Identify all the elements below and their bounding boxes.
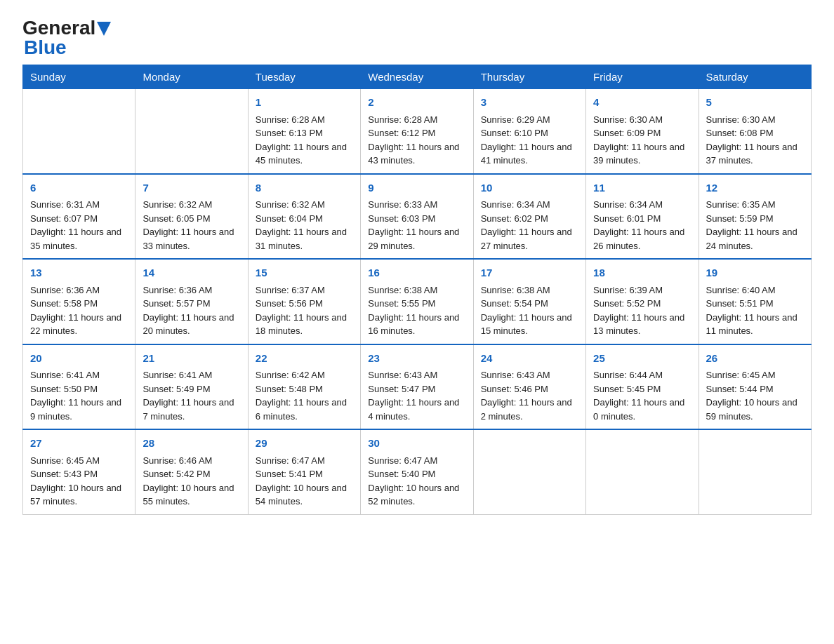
calendar-week-row: 27Sunrise: 6:45 AMSunset: 5:43 PMDayligh… xyxy=(23,429,812,514)
day-info: Sunrise: 6:46 AMSunset: 5:42 PMDaylight:… xyxy=(143,454,240,509)
day-info: Sunrise: 6:47 AMSunset: 5:40 PMDaylight:… xyxy=(368,454,465,509)
day-info: Sunrise: 6:39 AMSunset: 5:52 PMDaylight:… xyxy=(593,283,691,338)
day-number: 25 xyxy=(593,351,691,367)
logo-arrow-icon xyxy=(97,22,111,36)
day-info: Sunrise: 6:47 AMSunset: 5:41 PMDaylight:… xyxy=(256,454,353,509)
calendar-cell: 25Sunrise: 6:44 AMSunset: 5:45 PMDayligh… xyxy=(586,344,699,430)
calendar-cell: 7Sunrise: 6:32 AMSunset: 6:05 PMDaylight… xyxy=(135,174,248,260)
calendar-table: SundayMondayTuesdayWednesdayThursdayFrid… xyxy=(22,65,812,515)
day-number: 10 xyxy=(481,180,578,196)
calendar-header-tuesday: Tuesday xyxy=(248,65,360,89)
day-number: 7 xyxy=(143,180,240,196)
calendar-cell: 5Sunrise: 6:30 AMSunset: 6:08 PMDaylight… xyxy=(699,89,811,174)
calendar-header-thursday: Thursday xyxy=(473,65,585,89)
day-number: 21 xyxy=(143,351,240,367)
day-number: 9 xyxy=(368,180,465,196)
day-number: 15 xyxy=(256,265,353,281)
calendar-header-wednesday: Wednesday xyxy=(361,65,473,89)
day-number: 18 xyxy=(593,265,691,281)
day-number: 29 xyxy=(256,436,353,452)
day-number: 22 xyxy=(256,351,353,367)
day-info: Sunrise: 6:36 AMSunset: 5:58 PMDaylight:… xyxy=(30,283,128,338)
day-info: Sunrise: 6:41 AMSunset: 5:50 PMDaylight:… xyxy=(30,368,128,423)
logo-blue: Blue xyxy=(24,36,67,58)
day-number: 5 xyxy=(706,95,804,111)
day-info: Sunrise: 6:30 AMSunset: 6:09 PMDaylight:… xyxy=(593,113,691,168)
calendar-cell: 20Sunrise: 6:41 AMSunset: 5:50 PMDayligh… xyxy=(23,344,135,430)
day-number: 30 xyxy=(368,436,465,452)
day-info: Sunrise: 6:38 AMSunset: 5:54 PMDaylight:… xyxy=(481,283,578,338)
calendar-cell: 8Sunrise: 6:32 AMSunset: 6:04 PMDaylight… xyxy=(248,174,360,260)
day-info: Sunrise: 6:43 AMSunset: 5:46 PMDaylight:… xyxy=(481,368,578,423)
calendar-cell: 6Sunrise: 6:31 AMSunset: 6:07 PMDaylight… xyxy=(23,174,135,260)
day-number: 27 xyxy=(30,436,128,452)
calendar-cell: 9Sunrise: 6:33 AMSunset: 6:03 PMDaylight… xyxy=(361,174,473,260)
calendar-cell xyxy=(135,89,248,174)
day-number: 19 xyxy=(706,265,804,281)
svg-marker-0 xyxy=(97,22,111,36)
calendar-cell: 14Sunrise: 6:36 AMSunset: 5:57 PMDayligh… xyxy=(135,259,248,344)
day-number: 1 xyxy=(256,95,353,111)
calendar-cell: 12Sunrise: 6:35 AMSunset: 5:59 PMDayligh… xyxy=(699,174,811,260)
day-number: 23 xyxy=(368,351,465,367)
day-number: 26 xyxy=(706,351,804,367)
calendar-week-row: 20Sunrise: 6:41 AMSunset: 5:50 PMDayligh… xyxy=(23,344,812,430)
day-info: Sunrise: 6:34 AMSunset: 6:01 PMDaylight:… xyxy=(593,198,691,253)
day-info: Sunrise: 6:28 AMSunset: 6:13 PMDaylight:… xyxy=(256,113,353,168)
page-header: General Blue xyxy=(22,17,812,59)
day-number: 16 xyxy=(368,265,465,281)
calendar-cell: 23Sunrise: 6:43 AMSunset: 5:47 PMDayligh… xyxy=(361,344,473,430)
day-info: Sunrise: 6:35 AMSunset: 5:59 PMDaylight:… xyxy=(706,198,804,253)
day-info: Sunrise: 6:32 AMSunset: 6:05 PMDaylight:… xyxy=(143,198,240,253)
calendar-cell: 11Sunrise: 6:34 AMSunset: 6:01 PMDayligh… xyxy=(586,174,699,260)
calendar-cell: 3Sunrise: 6:29 AMSunset: 6:10 PMDaylight… xyxy=(473,89,585,174)
day-info: Sunrise: 6:42 AMSunset: 5:48 PMDaylight:… xyxy=(256,368,353,423)
day-info: Sunrise: 6:28 AMSunset: 6:12 PMDaylight:… xyxy=(368,113,465,168)
day-info: Sunrise: 6:40 AMSunset: 5:51 PMDaylight:… xyxy=(706,283,804,338)
day-info: Sunrise: 6:38 AMSunset: 5:55 PMDaylight:… xyxy=(368,283,465,338)
calendar-cell: 30Sunrise: 6:47 AMSunset: 5:40 PMDayligh… xyxy=(361,429,473,514)
calendar-cell: 4Sunrise: 6:30 AMSunset: 6:09 PMDaylight… xyxy=(586,89,699,174)
calendar-header-sunday: Sunday xyxy=(23,65,135,89)
day-number: 20 xyxy=(30,351,128,367)
calendar-cell: 2Sunrise: 6:28 AMSunset: 6:12 PMDaylight… xyxy=(361,89,473,174)
day-number: 6 xyxy=(30,180,128,196)
calendar-cell xyxy=(586,429,699,514)
day-info: Sunrise: 6:29 AMSunset: 6:10 PMDaylight:… xyxy=(481,113,578,168)
day-info: Sunrise: 6:45 AMSunset: 5:44 PMDaylight:… xyxy=(706,368,804,423)
day-number: 28 xyxy=(143,436,240,452)
calendar-cell: 21Sunrise: 6:41 AMSunset: 5:49 PMDayligh… xyxy=(135,344,248,430)
calendar-cell: 13Sunrise: 6:36 AMSunset: 5:58 PMDayligh… xyxy=(23,259,135,344)
calendar-cell: 26Sunrise: 6:45 AMSunset: 5:44 PMDayligh… xyxy=(699,344,811,430)
day-number: 24 xyxy=(481,351,578,367)
day-info: Sunrise: 6:31 AMSunset: 6:07 PMDaylight:… xyxy=(30,198,128,253)
calendar-cell: 1Sunrise: 6:28 AMSunset: 6:13 PMDaylight… xyxy=(248,89,360,174)
calendar-week-row: 1Sunrise: 6:28 AMSunset: 6:13 PMDaylight… xyxy=(23,89,812,174)
day-number: 13 xyxy=(30,265,128,281)
day-info: Sunrise: 6:30 AMSunset: 6:08 PMDaylight:… xyxy=(706,113,804,168)
day-number: 12 xyxy=(706,180,804,196)
calendar-header-saturday: Saturday xyxy=(699,65,811,89)
calendar-cell xyxy=(699,429,811,514)
calendar-cell: 15Sunrise: 6:37 AMSunset: 5:56 PMDayligh… xyxy=(248,259,360,344)
day-number: 2 xyxy=(368,95,465,111)
day-info: Sunrise: 6:36 AMSunset: 5:57 PMDaylight:… xyxy=(143,283,240,338)
day-number: 8 xyxy=(256,180,353,196)
day-info: Sunrise: 6:34 AMSunset: 6:02 PMDaylight:… xyxy=(481,198,578,253)
calendar-cell: 28Sunrise: 6:46 AMSunset: 5:42 PMDayligh… xyxy=(135,429,248,514)
calendar-header-row: SundayMondayTuesdayWednesdayThursdayFrid… xyxy=(23,65,812,89)
calendar-cell: 18Sunrise: 6:39 AMSunset: 5:52 PMDayligh… xyxy=(586,259,699,344)
calendar-header-monday: Monday xyxy=(135,65,248,89)
day-info: Sunrise: 6:33 AMSunset: 6:03 PMDaylight:… xyxy=(368,198,465,253)
calendar-cell: 17Sunrise: 6:38 AMSunset: 5:54 PMDayligh… xyxy=(473,259,585,344)
day-info: Sunrise: 6:37 AMSunset: 5:56 PMDaylight:… xyxy=(256,283,353,338)
calendar-cell: 24Sunrise: 6:43 AMSunset: 5:46 PMDayligh… xyxy=(473,344,585,430)
calendar-week-row: 13Sunrise: 6:36 AMSunset: 5:58 PMDayligh… xyxy=(23,259,812,344)
day-info: Sunrise: 6:44 AMSunset: 5:45 PMDaylight:… xyxy=(593,368,691,423)
logo-blue-row: Blue xyxy=(22,36,67,59)
day-number: 4 xyxy=(593,95,691,111)
day-number: 17 xyxy=(481,265,578,281)
calendar-cell: 19Sunrise: 6:40 AMSunset: 5:51 PMDayligh… xyxy=(699,259,811,344)
calendar-week-row: 6Sunrise: 6:31 AMSunset: 6:07 PMDaylight… xyxy=(23,174,812,260)
logo: General Blue xyxy=(22,17,111,59)
